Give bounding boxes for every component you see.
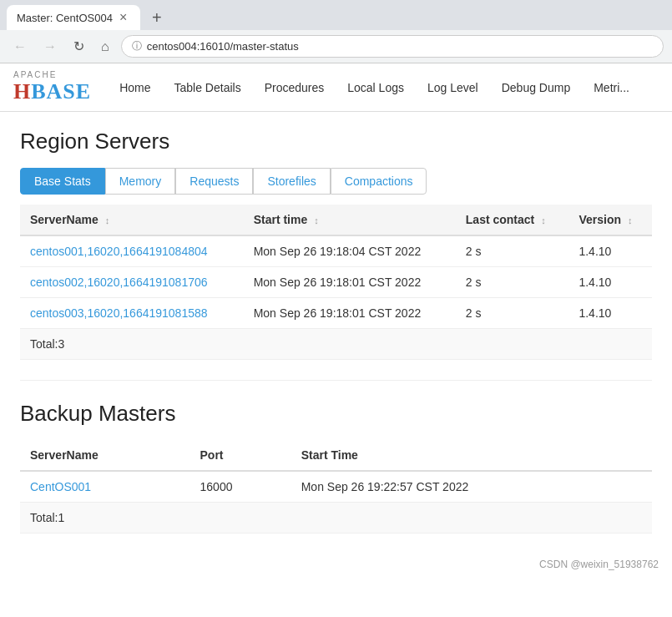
- region-servers-table: ServerName ↕ Start time ↕ Last contact ↕…: [20, 205, 652, 360]
- app-logo: APACHE HBASE: [13, 70, 91, 104]
- reload-button[interactable]: ↻: [68, 37, 89, 56]
- backup-server-link[interactable]: CentOS001: [30, 480, 91, 493]
- last-contact-cell: 2 s: [456, 267, 569, 298]
- total-label: Total:3: [20, 329, 652, 360]
- tab-memory[interactable]: Memory: [105, 168, 176, 195]
- tab-title: Master: CentOS004: [17, 12, 113, 24]
- tab-requests[interactable]: Requests: [175, 168, 253, 195]
- table-row: centos002,16020,1664191081706 Mon Sep 26…: [20, 267, 652, 298]
- start-time-cell: Mon Sep 26 19:18:01 CST 2022: [244, 267, 456, 298]
- total-row: Total:3: [20, 329, 652, 360]
- tab-close-button[interactable]: ×: [119, 10, 127, 25]
- server-name-link[interactable]: centos001,16020,1664191084804: [30, 245, 208, 258]
- region-servers-tabs: Base Stats Memory Requests Storefiles Co…: [20, 168, 652, 195]
- version-cell: 1.4.10: [568, 267, 652, 298]
- nav-links: Home Table Details Procedures Local Logs…: [108, 74, 641, 101]
- server-name-cell: centos002,16020,1664191081706: [20, 267, 244, 298]
- nav-metrics[interactable]: Metri...: [582, 74, 641, 101]
- col-start-time[interactable]: Start time ↕: [244, 205, 456, 235]
- region-servers-title: Region Servers: [20, 129, 652, 154]
- nav-local-logs[interactable]: Local Logs: [336, 74, 416, 101]
- table-row: centos001,16020,1664191084804 Mon Sep 26…: [20, 235, 652, 267]
- last-contact-cell: 2 s: [456, 235, 569, 267]
- server-name-cell: centos001,16020,1664191084804: [20, 235, 244, 267]
- col-server-name[interactable]: ServerName ↕: [20, 205, 244, 235]
- backup-col-start-time: Start Time: [291, 440, 652, 471]
- backup-header-row: ServerName Port Start Time: [20, 440, 652, 471]
- table-row: centos003,16020,1664191081588 Mon Sep 26…: [20, 298, 652, 329]
- start-time-cell: Mon Sep 26 19:18:04 CST 2022: [244, 235, 456, 267]
- backup-start-time: Mon Sep 26 19:22:57 CST 2022: [291, 471, 652, 503]
- forward-button[interactable]: →: [38, 38, 62, 56]
- server-name-link[interactable]: centos003,16020,1664191081588: [30, 306, 208, 320]
- server-name-link[interactable]: centos002,16020,1664191081706: [30, 276, 208, 289]
- backup-server-name: CentOS001: [20, 471, 190, 503]
- secure-icon: ⓘ: [132, 39, 142, 53]
- nav-debug-dump[interactable]: Debug Dump: [490, 74, 583, 101]
- backup-masters-title: Backup Masters: [20, 401, 652, 427]
- col-last-contact[interactable]: Last contact ↕: [456, 205, 569, 235]
- table-header-row: ServerName ↕ Start time ↕ Last contact ↕…: [20, 205, 652, 235]
- nav-home[interactable]: Home: [108, 74, 162, 101]
- backup-total-row: Total:1: [20, 503, 652, 534]
- logo-apache-text: APACHE: [13, 70, 91, 79]
- server-name-cell: centos003,16020,1664191081588: [20, 298, 244, 329]
- url-text: centos004:16010/master-status: [147, 40, 299, 53]
- main-content: Region Servers Base Stats Memory Request…: [0, 112, 672, 550]
- address-bar[interactable]: ⓘ centos004:16010/master-status: [121, 35, 664, 58]
- version-cell: 1.4.10: [568, 235, 652, 267]
- nav-table-details[interactable]: Table Details: [163, 74, 253, 101]
- browser-tab[interactable]: Master: CentOS004 ×: [7, 5, 140, 30]
- back-button[interactable]: ←: [8, 38, 32, 56]
- home-button[interactable]: ⌂: [96, 38, 114, 56]
- nav-procedures[interactable]: Procedures: [253, 74, 336, 101]
- table-row: CentOS001 16000 Mon Sep 26 19:22:57 CST …: [20, 471, 652, 503]
- section-divider: [20, 380, 652, 381]
- tab-storefiles[interactable]: Storefiles: [253, 168, 330, 195]
- backup-masters-table: ServerName Port Start Time CentOS001 160…: [20, 440, 652, 534]
- backup-col-server-name: ServerName: [20, 440, 190, 471]
- backup-port: 16000: [190, 471, 291, 503]
- start-time-cell: Mon Sep 26 19:18:01 CST 2022: [244, 298, 456, 329]
- new-tab-button[interactable]: +: [147, 8, 167, 28]
- backup-total-label: Total:1: [20, 503, 652, 534]
- col-version[interactable]: Version ↕: [568, 205, 652, 235]
- backup-col-port: Port: [190, 440, 291, 471]
- nav-log-level[interactable]: Log Level: [416, 74, 490, 101]
- watermark: CSDN @weixin_51938762: [0, 550, 672, 579]
- version-cell: 1.4.10: [568, 298, 652, 329]
- logo-hbase-text: HBASE: [13, 79, 91, 104]
- tab-base-stats[interactable]: Base Stats: [20, 168, 105, 195]
- tab-compactions[interactable]: Compactions: [331, 168, 427, 195]
- last-contact-cell: 2 s: [456, 298, 569, 329]
- app-navigation: APACHE HBASE Home Table Details Procedur…: [0, 63, 672, 112]
